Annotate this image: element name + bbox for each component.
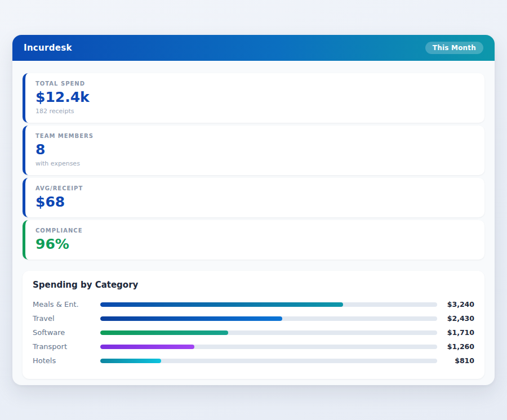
stat-value: $68 <box>35 194 474 210</box>
stat-label: TEAM MEMBERS <box>35 133 474 139</box>
category-label: Hotels <box>33 356 100 365</box>
chart-row: Travel$2,430 <box>33 311 474 325</box>
chart-row: Transport$1,260 <box>33 339 474 354</box>
stat-label: COMPLIANCE <box>35 227 474 234</box>
stat-value: $12.4k <box>35 90 474 105</box>
bar-value: $810 <box>437 356 474 365</box>
category-label: Travel <box>33 314 100 323</box>
chart-rows: Meals & Ent.$3,240Travel$2,430Software$1… <box>33 297 474 368</box>
bar-track <box>100 302 437 307</box>
stat-value: 8 <box>35 142 474 158</box>
stat-card: COMPLIANCE96% <box>23 220 484 260</box>
bar-fill <box>100 302 343 307</box>
app-title: Incurdesk <box>24 43 72 53</box>
bar-value: $3,240 <box>437 300 474 309</box>
stat-card-list: TOTAL SPEND$12.4k182 receiptsTEAM MEMBER… <box>23 73 484 260</box>
category-label: Transport <box>33 342 100 351</box>
chart-title: Spending by Category <box>33 280 474 290</box>
chart-row: Hotels$810 <box>33 354 474 368</box>
panel-content: TOTAL SPEND$12.4k182 receiptsTEAM MEMBER… <box>12 61 495 379</box>
stat-subtext: 182 receipts <box>35 108 474 115</box>
chart-row: Meals & Ent.$3,240 <box>33 297 474 311</box>
stat-subtext: with expenses <box>35 160 474 167</box>
app-header: Incurdesk This Month <box>12 35 495 61</box>
bar-fill <box>100 316 282 321</box>
stat-value: 96% <box>35 236 474 252</box>
bar-fill <box>100 345 194 349</box>
bar-value: $1,710 <box>437 328 474 337</box>
incurdesk-panel: Incurdesk This Month TOTAL SPEND$12.4k18… <box>12 35 495 385</box>
bar-track <box>100 359 437 363</box>
period-badge[interactable]: This Month <box>425 42 483 54</box>
stat-label: AVG/RECEIPT <box>35 185 474 191</box>
stat-card: AVG/RECEIPT$68 <box>23 178 484 217</box>
bar-track <box>100 345 437 349</box>
stat-card: TEAM MEMBERS8with expenses <box>23 126 484 175</box>
bar-track <box>100 330 437 335</box>
category-label: Software <box>33 328 100 337</box>
bar-value: $1,260 <box>437 342 474 351</box>
bar-fill <box>100 359 161 363</box>
bar-track <box>100 316 437 321</box>
stat-label: TOTAL SPEND <box>35 81 474 87</box>
chart-row: Software$1,710 <box>33 325 474 339</box>
bar-fill <box>100 330 228 335</box>
bar-value: $2,430 <box>437 314 474 323</box>
category-label: Meals & Ent. <box>33 300 100 309</box>
stat-card: TOTAL SPEND$12.4k182 receipts <box>23 73 484 123</box>
spending-by-category-card: Spending by Category Meals & Ent.$3,240T… <box>23 271 484 379</box>
